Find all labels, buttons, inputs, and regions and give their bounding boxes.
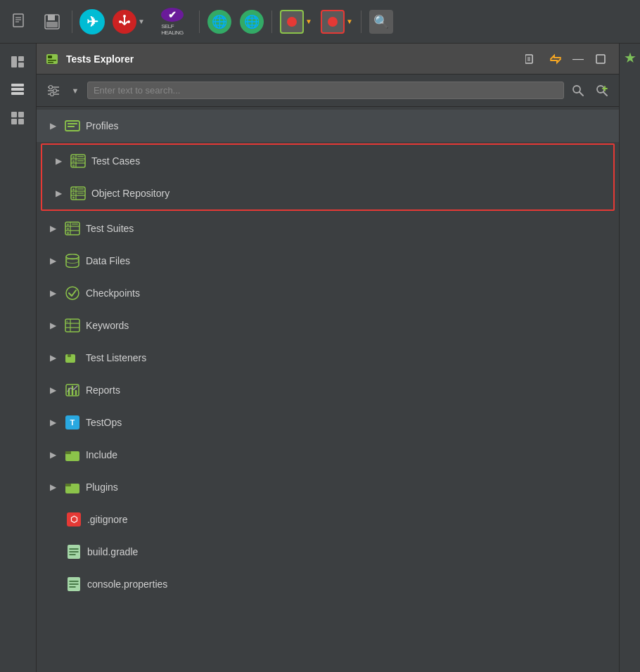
sidebar-grid-icon[interactable] — [5, 105, 30, 131]
build-gradle-icon — [66, 544, 82, 560]
git-icon[interactable]: ▼ — [110, 8, 147, 36]
svg-point-7 — [123, 15, 126, 18]
sidebar-explorer-icon[interactable] — [5, 77, 30, 103]
tree-item-reports[interactable]: ▶ Reports — [37, 374, 619, 406]
tree-item-build-gradle[interactable]: build.gradle — [37, 536, 619, 568]
globe1-icon[interactable]: 🌐 — [205, 8, 233, 36]
keywords-label: Keywords — [86, 320, 129, 331]
record2-icon[interactable]: ▼ — [319, 8, 355, 36]
svg-rect-18 — [11, 119, 17, 124]
tree-item-testops[interactable]: ▶ T TestOps — [37, 406, 619, 439]
gitignore-label: .gitignore — [87, 514, 128, 525]
separator-2 — [199, 11, 200, 33]
search-bar: ▼ — [37, 75, 619, 107]
svg-rect-67 — [67, 232, 69, 234]
svg-rect-19 — [18, 119, 24, 124]
main-toolbar: ✈ ▼ ✔ SELFHEALING 🌐 🌐 ▼ — [0, 0, 640, 44]
tree-item-test-suites[interactable]: ▶ Test Suites — [37, 212, 619, 245]
svg-rect-83 — [65, 451, 71, 454]
tree-item-checkpoints[interactable]: ▶ Checkpoints — [37, 277, 619, 309]
svg-rect-13 — [11, 84, 24, 86]
tree-item-profiles[interactable]: ▶ Profiles — [37, 110, 619, 142]
data-files-icon — [65, 253, 80, 269]
svg-rect-64 — [67, 224, 69, 226]
globe2-icon[interactable]: 🌐 — [238, 8, 266, 36]
svg-rect-23 — [48, 62, 53, 63]
svg-rect-66 — [67, 228, 69, 230]
filter-icon[interactable] — [44, 81, 63, 101]
tree-item-include[interactable]: ▶ Include — [37, 439, 619, 471]
tree-item-gitignore[interactable]: ⬡ .gitignore — [37, 503, 619, 536]
svg-point-32 — [50, 92, 53, 96]
katalon-icon[interactable]: ✈ — [78, 8, 106, 36]
spy-icon[interactable]: 🔍 — [367, 8, 395, 36]
filter-dropdown-icon[interactable]: ▼ — [68, 81, 83, 101]
tree-item-object-repository[interactable]: ▶ Objec — [42, 177, 613, 209]
tree-item-keywords[interactable]: ▶ K Keywords — [37, 309, 619, 342]
svg-rect-17 — [18, 112, 24, 117]
svg-rect-85 — [65, 484, 71, 486]
svg-rect-14 — [11, 88, 24, 91]
tree-item-console-properties[interactable]: console.properties — [37, 568, 619, 600]
console-properties-icon — [66, 576, 82, 592]
add-search-icon[interactable] — [592, 81, 612, 101]
nav-tree-icon[interactable] — [523, 49, 543, 69]
svg-line-34 — [580, 92, 583, 96]
test-listeners-label: Test Listeners — [86, 352, 146, 363]
svg-rect-77 — [68, 354, 71, 357]
separator-3 — [271, 11, 272, 33]
keywords-icon: K — [65, 318, 80, 333]
chevron-profiles: ▶ — [48, 120, 59, 131]
svg-rect-15 — [11, 92, 24, 95]
data-files-label: Data Files — [86, 255, 130, 266]
svg-rect-56 — [77, 188, 84, 190]
plugins-label: Plugins — [86, 482, 118, 493]
svg-point-70 — [66, 287, 79, 299]
chevron-object-repository: ▶ — [53, 188, 65, 199]
self-healing-icon[interactable]: ✔ SELFHEALING — [151, 8, 193, 36]
test-cases-icon — [70, 153, 86, 169]
separator-4 — [361, 11, 361, 33]
svg-line-36 — [603, 92, 607, 96]
record1-icon[interactable]: ▼ — [278, 8, 314, 36]
test-cases-label: Test Cases — [91, 155, 140, 167]
svg-point-9 — [127, 20, 130, 23]
save-icon[interactable] — [38, 8, 66, 36]
tree-item-plugins[interactable]: ▶ Plugins — [37, 471, 619, 503]
bookmark-star-icon[interactable]: ★ — [624, 49, 636, 66]
chevron-test-listeners: ▶ — [48, 352, 59, 363]
test-listeners-icon — [65, 350, 80, 366]
include-icon — [65, 447, 80, 463]
svg-rect-65 — [72, 224, 78, 225]
svg-point-59 — [72, 197, 75, 199]
console-properties-label: console.properties — [87, 579, 167, 590]
search-input[interactable] — [87, 82, 564, 99]
tree-item-test-cases[interactable]: ▶ Test — [42, 145, 613, 177]
tests-explorer-panel: Tests Explorer — — [37, 44, 619, 672]
explorer-title: Tests Explorer — [66, 53, 516, 65]
chevron-testops: ▶ — [48, 417, 59, 428]
search-icon[interactable] — [568, 81, 588, 101]
svg-rect-16 — [11, 112, 17, 117]
sync-icon[interactable] — [546, 49, 565, 69]
maximize-icon[interactable] — [591, 49, 610, 69]
file-new-icon[interactable] — [6, 8, 34, 36]
svg-rect-21 — [48, 56, 52, 58]
minimize-icon[interactable]: — — [568, 49, 588, 69]
svg-rect-40 — [68, 123, 77, 124]
svg-point-57 — [72, 193, 75, 195]
object-repository-label: Object Repository — [91, 188, 169, 199]
tree-item-test-listeners[interactable]: ▶ Test Listeners — [37, 342, 619, 374]
testops-icon: T — [65, 415, 80, 430]
chevron-test-suites: ▶ — [48, 223, 59, 234]
svg-rect-25 — [527, 57, 530, 61]
object-repository-icon — [70, 186, 86, 201]
sidebar-top-icon[interactable] — [5, 49, 30, 75]
svg-rect-22 — [48, 60, 56, 61]
reports-label: Reports — [86, 385, 120, 396]
profiles-label: Profiles — [86, 120, 119, 131]
tree-item-data-files[interactable]: ▶ Data Files — [37, 245, 619, 277]
reports-icon — [65, 382, 80, 398]
svg-rect-50 — [72, 164, 75, 167]
explorer-header-actions: — — [523, 49, 610, 69]
